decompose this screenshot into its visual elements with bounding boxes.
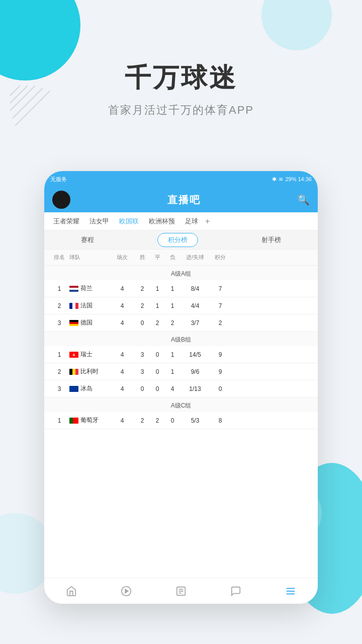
team: 法国 (69, 301, 110, 310)
team: 德国 (69, 318, 110, 327)
flag-is (69, 386, 78, 392)
app-content: 无服务 ✱ ≋ 29% 14:36 直播吧 🔍 王者荣耀 法女甲 欧国联 欧洲杯… (44, 171, 318, 604)
team: 比利时 (69, 367, 110, 376)
bottom-nav-news[interactable] (175, 586, 187, 597)
col-loss: 负 (165, 254, 180, 261)
flag-de (69, 320, 78, 326)
flag-pt (69, 418, 78, 424)
team: 葡萄牙 (69, 416, 110, 425)
battery-text: 29% 14:36 (285, 176, 312, 182)
table-row[interactable]: 1 荷兰 4 2 1 1 8/4 7 (44, 280, 318, 297)
status-left: 无服务 (50, 176, 67, 183)
status-bar: 无服务 ✱ ≋ 29% 14:36 (44, 171, 318, 187)
flag-be (69, 369, 78, 375)
col-win: 胜 (135, 254, 150, 261)
group-c-header: A级C组 (44, 397, 318, 412)
team: 荷兰 (69, 284, 110, 293)
wifi-icon: ≋ (279, 176, 283, 183)
table-row[interactable]: 2 法国 4 2 1 1 4/4 7 (44, 297, 318, 314)
subtab-standings[interactable]: 积分榜 (157, 233, 198, 247)
flag-nl (69, 286, 78, 292)
col-team: 球队 (69, 254, 110, 261)
bottom-nav-chat[interactable] (230, 586, 241, 597)
rank: 2 (49, 302, 69, 309)
col-pts: 积分 (210, 254, 230, 261)
rank: 3 (49, 385, 69, 392)
bg-decoration-tr (261, 0, 332, 50)
flag-fr (69, 303, 78, 309)
table-header: 排名 球队 场次 胜 平 负 进/失球 积分 (44, 250, 318, 266)
app-title: 直播吧 (167, 193, 201, 207)
bottom-nav-play[interactable] (121, 586, 132, 597)
hero-subtitle: 首家月活过千万的体育APP (0, 103, 362, 118)
col-gd: 进/失球 (180, 254, 210, 261)
standings-table[interactable]: 排名 球队 场次 胜 平 负 进/失球 积分 A级A组 1 荷兰 4 2 1 (44, 250, 318, 578)
col-rank: 排名 (49, 254, 69, 261)
rank: 1 (49, 351, 69, 358)
tab-oguolian[interactable]: 欧国联 (114, 212, 144, 230)
subtab-scorers[interactable]: 射手榜 (251, 233, 291, 247)
bluetooth-icon: ✱ (272, 176, 277, 183)
table-row[interactable]: 3 冰岛 4 0 0 4 1/13 0 (44, 380, 318, 397)
hero-section: 千万球迷 首家月活过千万的体育APP (0, 60, 362, 118)
search-icon[interactable]: 🔍 (297, 194, 310, 206)
hero-title: 千万球迷 (0, 60, 362, 96)
tab-ozhou[interactable]: 欧洲杯预 (144, 212, 180, 230)
flag-ch (69, 352, 78, 358)
table-row[interactable]: 1 瑞士 4 3 0 1 14/5 9 (44, 346, 318, 363)
tab-add-icon[interactable]: + (205, 217, 210, 226)
group-a-header: A级A组 (44, 266, 318, 280)
tab-wangzhe[interactable]: 王者荣耀 (48, 212, 84, 230)
table-row[interactable]: 3 德国 4 0 2 2 3/7 2 (44, 314, 318, 332)
tab-zuqiu[interactable]: 足球 (180, 212, 203, 230)
phone-mockup: 无服务 ✱ ≋ 29% 14:36 直播吧 🔍 王者荣耀 法女甲 欧国联 欧洲杯… (44, 171, 318, 604)
app-logo[interactable] (52, 191, 70, 209)
tab-fanvjia[interactable]: 法女甲 (84, 212, 114, 230)
status-right: ✱ ≋ 29% 14:36 (272, 176, 312, 183)
team: 瑞士 (69, 350, 110, 359)
table-row[interactable]: 1 葡萄牙 4 2 2 0 5/3 8 (44, 412, 318, 429)
table-row[interactable]: 2 比利时 4 3 0 1 9/6 9 (44, 363, 318, 380)
rank: 1 (49, 285, 69, 292)
col-draw: 平 (150, 254, 165, 261)
tab-bar: 王者荣耀 法女甲 欧国联 欧洲杯预 足球 + (44, 212, 318, 230)
rank: 3 (49, 319, 69, 327)
rank: 2 (49, 368, 69, 375)
bottom-nav (44, 578, 318, 604)
bottom-nav-home[interactable] (66, 586, 77, 597)
subtab-schedule[interactable]: 赛程 (71, 233, 104, 247)
bottom-nav-menu[interactable] (285, 586, 296, 597)
rank: 1 (49, 417, 69, 424)
team: 冰岛 (69, 384, 110, 393)
sub-tab-bar: 赛程 积分榜 射手榜 (44, 230, 318, 250)
col-played: 场次 (110, 254, 135, 261)
nav-bar: 直播吧 🔍 (44, 187, 318, 212)
group-b-header: A级B组 (44, 332, 318, 346)
svg-marker-6 (125, 589, 128, 593)
